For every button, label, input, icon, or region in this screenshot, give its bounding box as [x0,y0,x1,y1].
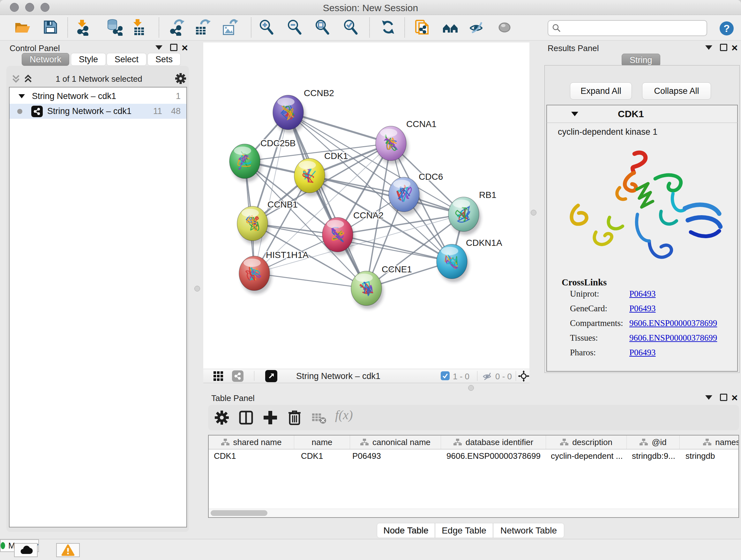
column-header-shared-name[interactable]: shared name [209,435,294,449]
delete-table-icon[interactable] [310,409,327,426]
expand-all-networks-icon[interactable] [23,75,32,83]
import-network-database-button[interactable] [105,18,123,36]
results-panel-close-icon[interactable]: × [731,44,738,51]
cell-shared-name[interactable]: CDK1 [209,449,299,463]
expand-all-button[interactable]: Expand All [570,82,632,100]
node-label-CCNA1: CCNA1 [406,119,436,129]
cell-database-identifier[interactable]: 9606.ENSP00000378699 [441,449,551,463]
table-panel-close-icon[interactable]: × [731,394,738,401]
node-CDC25B[interactable] [229,144,262,182]
network-share-view-icon[interactable] [232,370,244,382]
cell-namespace[interactable]: stringdb [680,449,739,463]
column-header-description[interactable]: description [546,435,627,449]
open-session-button[interactable] [13,18,30,36]
search-input[interactable] [562,23,703,34]
right-splitter-handle[interactable] [531,210,536,215]
node-CDKN1A[interactable] [436,244,469,282]
export-image-button[interactable] [221,18,238,36]
selected-nodes-checkbox-icon[interactable] [441,371,450,380]
edge-CCNB2-CCNE1[interactable] [288,112,366,288]
control-panel-close-icon[interactable]: × [182,44,188,51]
node-CCNA2[interactable] [322,217,355,255]
hidden-eye-icon[interactable] [482,371,492,381]
column-header-canonical-name[interactable]: canonical name [350,435,441,449]
zoom-fit-button[interactable] [314,18,331,36]
results-panel-collapse-icon[interactable] [705,45,712,50]
edge-CCNB2-HIST1H1A[interactable] [254,112,288,273]
crosslink-compartments-link[interactable]: 9606.ENSP00000378699 [629,318,717,328]
tab-network[interactable]: Network [22,53,69,66]
crosslink-genecard-link[interactable]: P06493 [629,304,656,314]
toolbar-separator [158,17,159,37]
help-button[interactable]: ? [720,21,734,36]
results-panel-float-icon[interactable] [720,44,727,51]
zoom-in-button[interactable] [258,18,275,36]
import-network-file-button[interactable] [74,18,91,36]
node-CCNB2[interactable] [273,95,306,133]
refresh-button[interactable] [380,18,397,36]
column-header--id[interactable]: @id [627,435,680,449]
string-copy-network-button[interactable] [413,18,430,36]
tab-select[interactable]: Select [107,53,146,66]
cell-description[interactable]: cyclin-dependent ... [546,449,631,463]
collapse-all-networks-icon[interactable] [11,75,20,83]
import-table-button[interactable] [130,18,147,36]
cell--id[interactable]: stringdb:9... [627,449,685,463]
export-table-button[interactable] [193,18,211,36]
control-panel-collapse-icon[interactable] [155,45,162,50]
bottom-splitter-handle[interactable] [468,385,474,391]
table-options-gear-icon[interactable] [213,409,230,426]
scrollbar-thumb[interactable] [211,510,267,516]
tab-node-table[interactable]: Node Table [377,523,435,538]
tab-string[interactable]: String [622,54,660,66]
control-panel-float-icon[interactable] [170,44,178,51]
grid-view-icon[interactable] [213,371,223,381]
cloud-status-button[interactable] [14,543,38,557]
tab-network-table[interactable]: Network Table [493,523,564,538]
cell-canonical-name[interactable]: P06493 [350,449,443,463]
network-options-gear-icon[interactable] [175,73,186,84]
tab-sets[interactable]: Sets [147,53,181,66]
table-panel-collapse-icon[interactable] [705,395,712,400]
node-CDC6[interactable] [389,177,421,215]
column-header-namespace[interactable]: namespace [680,435,739,449]
show-columns-icon[interactable] [238,409,255,426]
toolbar-separator [516,371,516,381]
gene-header-row[interactable]: CDK1 [546,105,738,123]
crosslink-tissues-link[interactable]: 9606.ENSP00000378699 [629,333,717,343]
node-CCNE1[interactable] [351,271,384,309]
node-CDK1[interactable] [294,159,327,196]
network-row[interactable]: String Network – cdk1 11 48 [10,104,186,119]
zoom-out-button[interactable] [286,18,303,36]
export-network-button[interactable] [167,18,185,36]
node-RB1[interactable] [448,197,481,235]
node-CCNA1[interactable] [376,126,408,164]
collapse-all-button[interactable]: Collapse All [642,82,711,100]
export-view-icon[interactable] [265,370,277,382]
column-header-database-identifier[interactable]: database identifier [441,435,546,449]
collection-expand-icon[interactable] [18,94,25,98]
crosslink-uniprot-link[interactable]: P06493 [629,289,656,299]
add-column-icon[interactable] [262,409,279,426]
apply-function-button[interactable]: f(x) [335,408,353,422]
left-splitter-handle[interactable] [194,286,200,292]
warning-status-button[interactable] [56,543,80,557]
first-neighbors-button[interactable] [442,18,459,36]
column-header-name[interactable]: name [294,435,350,449]
delete-column-icon[interactable] [286,409,303,426]
table-panel-float-icon[interactable] [720,394,727,401]
application-window: Session: New Session ? Control Panel [0,0,741,560]
zoom-selected-button[interactable] [342,18,359,36]
crosslink-pharos-link[interactable]: P06493 [629,348,656,358]
tab-edge-table[interactable]: Edge Table [435,523,493,538]
show-all-icon[interactable] [496,18,513,36]
save-session-button[interactable] [42,18,59,36]
hide-selected-icon[interactable] [468,18,485,36]
tab-style[interactable]: Style [71,53,106,66]
gene-expand-icon[interactable] [571,112,578,116]
network-collection-row[interactable]: String Network – cdk1 1 [10,89,186,104]
birdseye-crosshair-icon[interactable] [518,370,529,382]
table-horizontal-scrollbar[interactable] [209,509,738,517]
network-view-canvas[interactable]: CCNB2CCNA1CDC25BCDK1CDC6RB1CCNB1CCNA2CDK… [203,43,529,369]
cell-name[interactable]: CDK1 [294,449,357,463]
